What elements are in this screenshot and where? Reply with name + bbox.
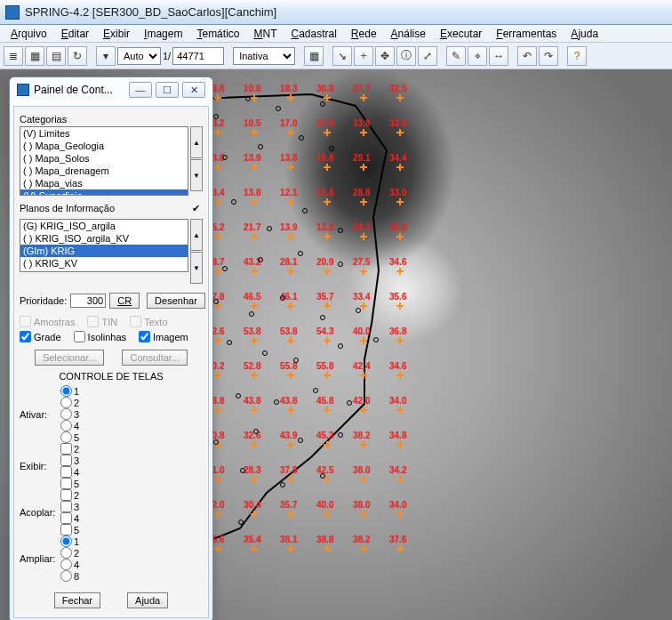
grid-cross [396,233,404,240]
sample-point [320,473,325,479]
acoplar-3[interactable]: 3 [60,501,79,512]
pointer-icon[interactable]: ▾ [96,46,116,66]
ativar-2[interactable]: 2 [60,397,79,408]
grid-icon[interactable]: ▦ [304,46,324,66]
grid-cross [287,129,294,136]
grid-cross [396,198,404,205]
exibir-2[interactable]: 2 [60,443,79,455]
panel-maximize-button[interactable]: ☐ [156,82,179,98]
menu-temático[interactable]: Temático [189,27,246,41]
list-item[interactable]: (GIm) KRIG [20,245,188,257]
list-item[interactable]: (V) Superficie [20,189,188,196]
categories-scroll[interactable]: ▲▼ [190,126,203,196]
fit-icon[interactable]: ⤢ [418,46,437,66]
list-item[interactable]: ( ) Mapa_drenagem [20,165,188,177]
menu-executar[interactable]: Executar [433,27,489,41]
grid-value: 35.7 [280,500,297,510]
panel-titlebar[interactable]: Painel de Cont... — ☐ ✕ [10,77,212,102]
grid-cross [396,302,404,310]
sample-point [231,199,236,205]
menu-cadastral[interactable]: Cadastral [284,27,343,41]
list-item[interactable]: ( ) KRIG_ISO_argila_KV [20,232,188,245]
ampliar-8[interactable]: 8 [60,570,79,582]
info-icon[interactable]: ⓘ [396,46,416,66]
menu-ajuda[interactable]: Ajuda [564,27,605,41]
menu-editar[interactable]: Editar [54,27,96,41]
menu-exibir[interactable]: Exibir [96,27,137,41]
grid-cross [287,511,294,518]
undo-icon[interactable]: ↶ [517,46,537,66]
panel-close-button[interactable]: ✕ [182,82,205,98]
cr-button[interactable]: CR [109,293,140,309]
fechar-button[interactable]: Fechar [54,592,100,608]
db-icon[interactable]: ≣ [4,46,23,66]
grid-value: 13.9 [280,222,297,232]
ampliar-1[interactable]: 1 [60,535,79,547]
help-icon[interactable]: ? [567,46,587,66]
imagem-checkbox[interactable]: Imagem [139,331,188,342]
refresh-icon[interactable]: ↻ [68,46,87,66]
menu-arquivo[interactable]: Arquivo [4,27,54,41]
exibir-3[interactable]: 3 [60,455,79,466]
sample-point [258,144,263,149]
acoplar-5[interactable]: 5 [60,524,79,535]
grid-cross [251,198,258,205]
main-toolbar: ≣ ▦ ▤ ↻ ▾ Auto 1/ Inativa ▦ ↘ ＋ ✥ ⓘ ⤢ ✎ … [0,43,672,69]
categories-listbox[interactable]: (V) Limites( ) Mapa_Geologia( ) Mapa_Sol… [20,126,188,196]
layers-icon[interactable]: ▦ [25,46,44,66]
menu-rede[interactable]: Rede [344,27,384,41]
prioridade-input[interactable] [70,294,106,308]
grid-value: 43.2 [244,257,260,267]
list-item[interactable]: ( ) Mapa_vias [20,177,188,189]
ativar-5[interactable]: 5 [60,431,79,443]
plus-icon[interactable]: ＋ [354,46,373,66]
acoplar-2[interactable]: 2 [60,489,79,501]
ajuda-button[interactable]: Ajuda [127,592,168,608]
ampliar-4[interactable]: 4 [60,559,79,570]
panel-minimize-button[interactable]: — [129,82,152,98]
planos-listbox[interactable]: (G) KRIG_ISO_argila( ) KRIG_ISO_argila_K… [20,219,188,272]
grade-checkbox[interactable]: Grade [20,331,61,342]
list-item[interactable]: ( ) Mapa_Solos [20,152,188,165]
grid-value: 35.7 [316,292,333,302]
grid-cross [396,441,404,448]
down-arrow-icon[interactable]: ↘ [332,46,352,66]
ampliar-2[interactable]: 2 [60,547,79,559]
isolinhas-checkbox[interactable]: Isolinhas [74,331,126,342]
acoplar-4[interactable]: 4 [60,512,79,524]
menu-análise[interactable]: Análise [384,27,433,41]
list-item[interactable]: ( ) Mapa_Geologia [20,140,188,152]
list-item[interactable]: (V) Limites [20,127,188,140]
scale-input[interactable] [172,47,224,65]
sample-point [267,226,272,231]
pencil-icon[interactable]: ✎ [446,46,466,66]
ativar-3[interactable]: 3 [60,408,79,420]
move-icon[interactable]: ✥ [375,46,395,66]
grid-cross [324,337,331,344]
planos-check-icon[interactable]: ✔ [192,203,203,213]
menu-imagem[interactable]: Imagem [137,27,189,41]
exibir-5[interactable]: 5 [60,478,79,489]
sample-point [293,358,299,363]
planos-label: Planos de Informação [20,203,115,213]
layer-select[interactable]: Inativa [233,47,295,65]
menu-mnt[interactable]: MNT [246,27,284,41]
redo-icon[interactable]: ↷ [539,46,558,66]
grid-value: 40.0 [316,500,333,510]
list-item[interactable]: ( ) KRIG_KV [20,257,188,270]
exibir-4[interactable]: 4 [60,466,79,478]
menu-ferramentas[interactable]: Ferramentas [489,27,564,41]
ativar-4[interactable]: 4 [60,420,79,431]
grid-value: 37.8 [280,465,297,475]
list-item[interactable]: (G) KRIG_ISO_argila [20,220,188,232]
grid-value: 46.5 [244,292,260,302]
ruler-icon[interactable]: ↔ [489,46,508,66]
grid-value: 20.9 [316,257,333,267]
auto-select[interactable]: Auto [117,47,161,65]
ativar-1[interactable]: 1 [60,385,79,397]
desenhar-button[interactable]: Desenhar [147,293,205,309]
grid-value: 34.6 [389,361,406,371]
zoom-area-icon[interactable]: ⌖ [468,46,487,66]
planos-scroll[interactable]: ▲▼ [190,219,203,284]
palette-icon[interactable]: ▤ [46,46,66,66]
